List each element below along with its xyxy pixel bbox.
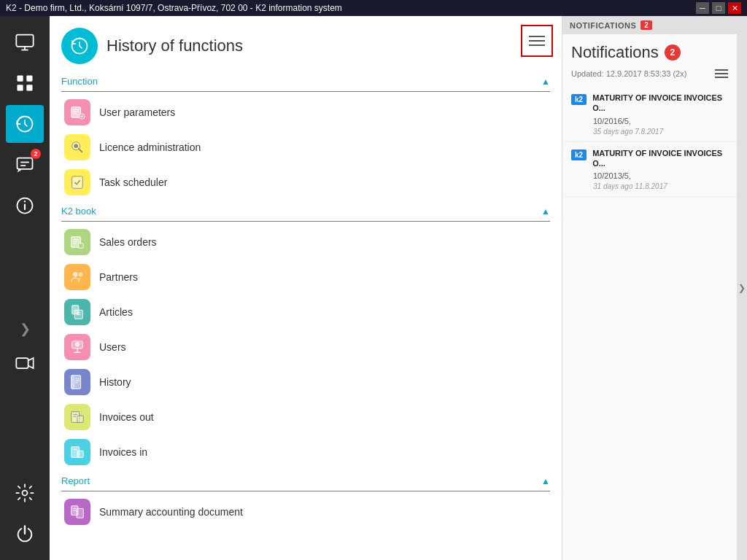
svg-point-34 [79, 273, 82, 276]
notif-item-date-1: 35 days ago 7.8.2017 [593, 128, 728, 136]
svg-rect-0 [16, 35, 33, 47]
history-book-icon [69, 374, 85, 390]
item-label-invoices-in: Invoices in [99, 446, 147, 458]
chat-badge: 2 [31, 149, 41, 159]
info-icon [15, 195, 35, 216]
item-icon-partners [64, 264, 90, 290]
sidebar-item-monitor[interactable] [6, 23, 44, 61]
item-label-users: Users [99, 341, 126, 353]
list-item[interactable]: Summary accounting document [61, 494, 550, 529]
main-layout: 2 ❯ [0, 16, 747, 560]
section-function-label: Function [61, 76, 98, 87]
notif-item-subtitle-1: 10/2016/5, [593, 117, 728, 125]
invoices-out-icon [69, 409, 85, 425]
svg-rect-14 [16, 358, 28, 368]
item-icon-invoices-out [64, 404, 90, 430]
svg-point-25 [74, 144, 78, 148]
hamburger-button[interactable] [521, 25, 553, 57]
user-params-icon [69, 104, 85, 120]
hamburger-line-1 [529, 36, 545, 37]
section-k2book-arrow[interactable]: ▲ [541, 206, 550, 217]
notif-item-date-2: 31 days ago 11.8.2017 [593, 182, 728, 190]
svg-rect-36 [74, 310, 82, 319]
list-item[interactable]: Licence administration [61, 130, 550, 165]
svg-rect-49 [77, 416, 83, 422]
titlebar-controls: ─ □ ✕ [696, 2, 741, 14]
list-item[interactable]: User parameters [61, 95, 550, 130]
licence-icon [69, 139, 85, 155]
section-function-arrow[interactable]: ▲ [541, 77, 550, 87]
section-report-arrow[interactable]: ▲ [541, 476, 550, 486]
item-label-sales: Sales orders [99, 236, 157, 248]
section-k2book-label: K2 book [61, 206, 96, 217]
svg-point-13 [24, 201, 26, 202]
list-item[interactable]: Users [61, 330, 550, 365]
titlebar-text: K2 - Demo firm, Ltd., Koksární 1097/7, O… [6, 3, 342, 13]
list-item[interactable]: Invoices in [61, 435, 550, 470]
notification-item[interactable]: k2 MATURITY OF INVOICE INVOICES O... 10/… [562, 142, 737, 198]
notifications-tab-badge: 2 [640, 20, 652, 30]
task-icon [69, 174, 85, 190]
menu-line-2 [715, 73, 728, 74]
notifications-updated-text: Updated: 12.9.2017 8:53:33 (2x) [571, 69, 686, 78]
list-item[interactable]: Articles [61, 295, 550, 330]
svg-point-40 [75, 343, 80, 347]
sidebar-collapse-arrow[interactable]: ❯ [14, 315, 36, 343]
sidebar-item-history[interactable] [6, 105, 44, 143]
maximize-button[interactable]: □ [712, 2, 725, 14]
item-icon-invoices-in [64, 439, 90, 465]
list-item[interactable]: Invoices out [61, 400, 550, 435]
sidebar-item-power[interactable] [6, 515, 44, 553]
history-list: Function ▲ [50, 70, 562, 560]
notif-item-subtitle-2: 10/2013/5, [593, 171, 728, 180]
right-expand-button[interactable]: ❯ [737, 16, 747, 560]
notif-item-header-2: k2 MATURITY OF INVOICE INVOICES O... [571, 148, 728, 169]
section-header-k2book: K2 book ▲ [61, 200, 550, 222]
content-area: History of functions Function ▲ [50, 16, 747, 560]
item-icon-licence [64, 134, 90, 160]
item-icon-user-params [64, 99, 90, 125]
section-header-function: Function ▲ [61, 70, 550, 92]
minimize-button[interactable]: ─ [696, 2, 709, 14]
item-label-task: Task scheduler [99, 176, 167, 188]
svg-rect-27 [72, 176, 83, 189]
svg-rect-32 [79, 244, 83, 248]
section-report-label: Report [61, 475, 90, 486]
invoices-in-icon [69, 444, 85, 460]
sidebar-item-grid[interactable] [6, 64, 44, 102]
notifications-menu-button[interactable] [715, 69, 728, 78]
svg-point-15 [23, 491, 28, 496]
history-panel: History of functions Function ▲ [50, 16, 562, 560]
sidebar-item-info[interactable] [6, 187, 44, 225]
notification-item[interactable]: k2 MATURITY OF INVOICE INVOICES O... 10/… [562, 87, 737, 142]
summary-icon [69, 504, 85, 520]
notifications-panel: NOTIFICATIONS 2 Notifications 2 Updated:… [562, 16, 737, 560]
item-label-partners: Partners [99, 271, 138, 283]
history-header-icon [61, 28, 98, 64]
svg-line-26 [79, 149, 82, 152]
page-title: History of functions [107, 36, 243, 55]
video-icon [15, 353, 35, 373]
hamburger-line-2 [529, 40, 545, 42]
list-item[interactable]: Task scheduler [61, 165, 550, 200]
menu-line-3 [715, 77, 728, 78]
sidebar-item-settings[interactable] [6, 474, 44, 512]
item-icon-articles [64, 299, 90, 325]
list-item[interactable]: History [61, 365, 550, 400]
item-icon-sales [64, 229, 90, 255]
svg-rect-44 [71, 376, 74, 389]
item-label-invoices-out: Invoices out [99, 411, 154, 423]
history-icon [15, 114, 35, 134]
partners-icon [69, 269, 85, 285]
sidebar-item-video[interactable] [6, 344, 44, 382]
list-item[interactable]: Partners [61, 260, 550, 295]
notifications-header: Notifications 2 [562, 34, 737, 66]
sidebar-item-chat[interactable]: 2 [6, 146, 44, 184]
close-button[interactable]: ✕ [728, 2, 741, 14]
svg-rect-56 [77, 508, 83, 518]
item-label-summary: Summary accounting document [99, 506, 243, 518]
list-item[interactable]: Sales orders [61, 225, 550, 260]
articles-icon [69, 304, 85, 320]
notifications-tab[interactable]: NOTIFICATIONS 2 [562, 16, 737, 34]
monitor-icon [15, 32, 35, 52]
